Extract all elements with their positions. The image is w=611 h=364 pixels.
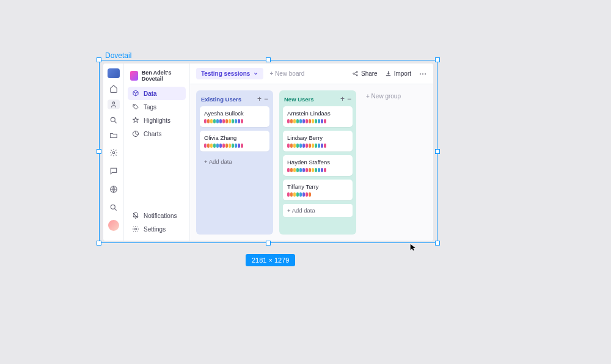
selection-label: Dovetail <box>105 51 131 60</box>
tag-dots <box>204 119 265 123</box>
svg-point-1 <box>111 117 115 122</box>
sidebar-item-label: Settings <box>144 226 166 233</box>
chat-icon[interactable] <box>108 165 120 177</box>
data-card[interactable]: Olivia Zhang <box>200 131 269 151</box>
resize-handle-tr[interactable] <box>435 57 440 62</box>
globe-icon[interactable] <box>108 183 120 195</box>
sidebar: Ben Adelt's Dovetail DataTagsHighlightsC… <box>124 64 190 241</box>
workspace-name: Ben Adelt's Dovetail <box>142 70 183 82</box>
svg-point-18 <box>425 73 426 75</box>
svg-point-11 <box>353 73 354 75</box>
more-menu-button[interactable] <box>419 70 427 78</box>
column-collapse-button[interactable]: − <box>264 95 268 103</box>
tag-dots <box>287 144 348 148</box>
tag-dots <box>287 192 348 197</box>
settings-icon <box>132 225 139 233</box>
home-icon[interactable] <box>108 84 120 94</box>
app-logo[interactable] <box>108 68 120 78</box>
board-column-new: New Users+−Arnstein LindaasLindsay Berry… <box>279 90 356 235</box>
tag-dots <box>287 168 348 172</box>
svg-point-13 <box>356 75 357 76</box>
svg-line-6 <box>114 209 116 211</box>
svg-point-0 <box>112 102 115 104</box>
svg-point-12 <box>356 71 357 73</box>
tags-icon <box>132 103 139 111</box>
main-area: Testing sessions + New board Share Impor… <box>190 64 433 241</box>
notifications-icon <box>132 212 139 219</box>
charts-icon <box>132 130 139 137</box>
svg-line-15 <box>354 74 357 75</box>
new-board-button[interactable]: + New board <box>269 70 304 77</box>
import-icon <box>385 70 392 77</box>
card-name: Arnstein Lindaas <box>287 110 348 117</box>
column-header: Existing Users+− <box>200 94 269 103</box>
svg-point-17 <box>422 73 423 75</box>
dimensions-badge: 2181 × 1279 <box>246 254 295 266</box>
data-card[interactable]: Hayden Staffens <box>283 155 353 176</box>
card-name: Hayden Staffens <box>287 159 348 166</box>
svg-point-7 <box>134 106 135 106</box>
data-card[interactable]: Tiffany Terry <box>283 180 353 200</box>
cursor-icon <box>409 243 418 252</box>
share-label: Share <box>361 70 378 77</box>
chevron-down-icon <box>253 71 258 76</box>
resize-handle-bm[interactable] <box>266 241 271 246</box>
board-area: Existing Users+−Ayesha BullockOlivia Zha… <box>190 84 433 241</box>
folder-icon[interactable] <box>108 131 120 140</box>
breadcrumb-label: Testing sessions <box>201 70 250 77</box>
highlights-icon <box>132 117 139 124</box>
column-title: Existing Users <box>201 96 255 103</box>
search-icon[interactable] <box>108 115 120 125</box>
column-add-button[interactable]: + <box>257 95 262 103</box>
sidebar-item-label: Charts <box>144 131 161 137</box>
svg-line-14 <box>354 72 357 73</box>
workspace-logo <box>130 71 138 81</box>
column-title: New Users <box>284 96 338 103</box>
sidebar-item-label: Tags <box>144 104 156 111</box>
sidebar-item-notifications[interactable]: Notifications <box>128 209 186 222</box>
user-avatar[interactable] <box>108 220 119 231</box>
add-data-button[interactable]: + Add data <box>200 155 269 168</box>
svg-point-10 <box>135 228 137 230</box>
resize-handle-mr[interactable] <box>435 149 440 154</box>
data-card[interactable]: Ayesha Bullock <box>200 106 269 127</box>
sidebar-item-highlights[interactable]: Highlights <box>128 114 186 127</box>
breadcrumb-dropdown[interactable]: Testing sessions <box>196 68 263 79</box>
sidebar-item-settings[interactable]: Settings <box>128 222 186 236</box>
people-icon[interactable] <box>108 100 120 109</box>
resize-handle-ml[interactable] <box>97 149 101 154</box>
sidebar-item-charts[interactable]: Charts <box>128 127 186 140</box>
column-header: New Users+− <box>283 94 353 103</box>
add-data-button[interactable]: + Add data <box>283 204 353 217</box>
sidebar-item-data[interactable]: Data <box>128 87 186 100</box>
new-group-button[interactable]: + New group <box>362 90 404 102</box>
rail-nav <box>103 64 124 241</box>
sidebar-item-label: Notifications <box>144 213 177 219</box>
workspace-header[interactable]: Ben Adelt's Dovetail <box>128 68 186 87</box>
import-button[interactable]: Import <box>385 70 411 77</box>
sidebar-item-tags[interactable]: Tags <box>128 100 186 114</box>
card-name: Lindsay Berry <box>287 134 348 141</box>
column-collapse-button[interactable]: − <box>347 95 351 103</box>
data-card[interactable]: Arnstein Lindaas <box>283 106 353 127</box>
resize-handle-tm[interactable] <box>266 57 271 62</box>
share-button[interactable]: Share <box>352 70 378 77</box>
dots-icon <box>419 70 427 78</box>
resize-handle-br[interactable] <box>435 241 440 246</box>
svg-point-3 <box>112 151 115 154</box>
card-name: Tiffany Terry <box>287 183 348 190</box>
resize-handle-bl[interactable] <box>97 241 101 246</box>
gear-icon[interactable] <box>108 147 120 159</box>
data-icon <box>132 90 139 97</box>
resize-handle-tl[interactable] <box>97 57 101 62</box>
search-icon-2[interactable] <box>108 202 120 214</box>
import-label: Import <box>394 70 411 77</box>
sidebar-item-label: Data <box>144 90 157 97</box>
sidebar-item-label: Highlights <box>144 117 170 124</box>
column-add-button[interactable]: + <box>340 95 345 103</box>
board-column-existing: Existing Users+−Ayesha BullockOlivia Zha… <box>196 90 273 235</box>
card-name: Olivia Zhang <box>204 134 265 141</box>
topbar: Testing sessions + New board Share Impor… <box>190 64 433 84</box>
tag-dots <box>287 119 348 123</box>
data-card[interactable]: Lindsay Berry <box>283 131 353 151</box>
